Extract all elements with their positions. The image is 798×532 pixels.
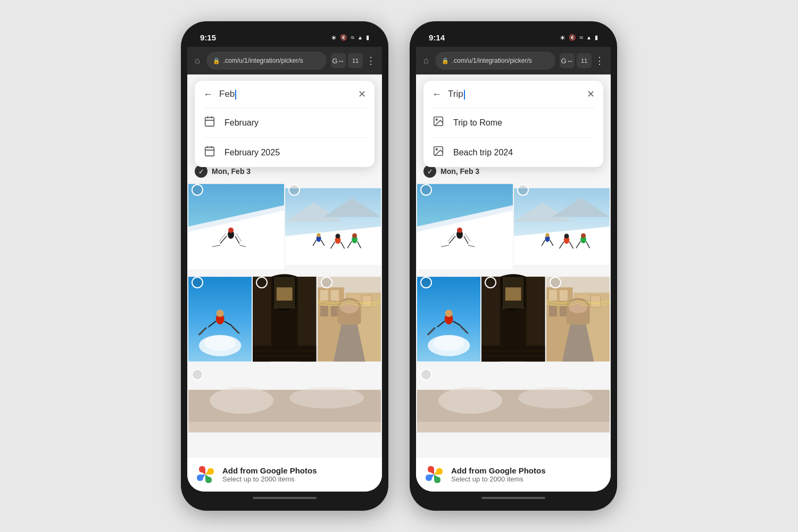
right-signal-icon: ▲ [586, 35, 592, 40]
right-photo-1-select[interactable] [420, 184, 432, 196]
svg-rect-50 [253, 345, 316, 361]
left-search-back-button[interactable]: ← [203, 89, 213, 100]
svg-rect-56 [320, 290, 328, 301]
svg-point-68 [210, 387, 273, 414]
left-search-clear-button[interactable]: ✕ [358, 88, 366, 100]
left-photo-3[interactable] [188, 273, 252, 365]
left-photo-1-select[interactable] [192, 184, 203, 196]
left-status-bar: 9:15 ∗ 🔇 ≈ ▲ ▮ [187, 28, 382, 47]
right-battery-icon: ▮ [595, 34, 598, 41]
svg-point-24 [317, 233, 320, 237]
right-photo-1[interactable] [417, 181, 513, 272]
left-home-bar [253, 497, 317, 499]
right-photo-4-select[interactable] [485, 277, 496, 288]
left-search-input-row: ← Feb ✕ [195, 81, 375, 107]
left-cursor [235, 90, 236, 99]
right-status-time: 9:14 [429, 33, 445, 42]
wifi-icon: ≈ [351, 34, 354, 41]
left-search-input[interactable]: Feb [219, 89, 352, 99]
svg-rect-125 [560, 306, 568, 317]
right-translate-button[interactable]: G↔ [560, 53, 575, 68]
svg-point-32 [352, 233, 357, 238]
right-url-text: .com/u/1/integration/picker/s [452, 57, 549, 64]
svg-point-135 [518, 387, 593, 409]
left-suggestion-2-text: February 2025 [225, 148, 280, 157]
right-url-bar[interactable]: 🔒 .com/u/1/integration/picker/s [435, 52, 555, 70]
left-photo-2[interactable] [285, 181, 381, 272]
svg-rect-124 [549, 306, 557, 317]
right-tabs-button[interactable]: 11 [577, 53, 592, 68]
svg-point-71 [436, 119, 437, 120]
right-photo-4[interactable] [481, 273, 545, 365]
mute-icon: 🔇 [340, 34, 347, 41]
right-bottom-title: Add from Google Photos [451, 466, 546, 475]
left-bottom-section: Add from Google Photos Select up to 2000… [187, 457, 382, 492]
left-photo-5-select[interactable] [321, 277, 332, 288]
right-suggestion-2-icon [432, 145, 445, 160]
svg-rect-127 [591, 295, 600, 307]
svg-point-12 [228, 228, 234, 233]
svg-point-105 [445, 310, 453, 317]
right-more-button[interactable]: ⋮ [594, 53, 605, 69]
left-home-button[interactable]: ⌂ [193, 54, 202, 68]
left-suggestion-1[interactable]: February [195, 108, 375, 137]
left-photo-1[interactable] [188, 181, 284, 272]
right-suggestion-1[interactable]: Trip to Rome [423, 108, 603, 137]
right-search-back-button[interactable]: ← [432, 89, 442, 100]
svg-rect-61 [362, 295, 371, 307]
left-photo-2-select[interactable] [288, 184, 300, 196]
right-photo-row-3 [417, 365, 610, 457]
left-search-query-text: Feb [219, 89, 235, 99]
left-suggestion-1-icon [203, 115, 216, 130]
right-photo-2[interactable] [514, 181, 610, 272]
left-phone-wrapper: 9:15 ∗ 🔇 ≈ ▲ ▮ ⌂ 🔒 .com/u/1/integration/… [181, 21, 388, 511]
svg-point-28 [336, 234, 340, 238]
left-content-area: ← Feb ✕ [187, 74, 382, 492]
right-bottom-section: Add from Google Photos Select up to 2000… [416, 457, 611, 492]
left-phone: 9:15 ∗ 🔇 ≈ ▲ ▮ ⌂ 🔒 .com/u/1/integration/… [181, 21, 388, 511]
battery-icon: ▮ [366, 34, 369, 41]
right-home-button[interactable]: ⌂ [421, 54, 431, 68]
right-photo-2-select[interactable] [517, 184, 529, 196]
right-search-query-text: Trip [448, 89, 463, 99]
right-phone: 9:14 ∗ 🔇 ≈ ▲ ▮ ⌂ 🔒 .com/u/1/integration/… [410, 21, 617, 511]
left-photo-5[interactable] [318, 273, 381, 365]
left-photo-6[interactable] [188, 365, 381, 457]
right-url-lock-icon: 🔒 [442, 57, 449, 64]
left-photo-row-3 [188, 365, 381, 457]
left-photo-row-1 [188, 181, 381, 272]
right-photo-5[interactable] [546, 273, 610, 365]
left-photo-3-select[interactable] [192, 277, 203, 288]
left-photo-4[interactable] [253, 273, 316, 365]
right-photo-3-select[interactable] [420, 277, 432, 288]
right-search-input-row: ← Trip ✕ [423, 81, 603, 107]
right-home-indicator [416, 492, 611, 504]
right-suggestion-1-icon [432, 115, 445, 130]
left-status-time: 9:15 [200, 33, 216, 42]
right-status-bar: 9:14 ∗ 🔇 ≈ ▲ ▮ [416, 28, 611, 47]
left-suggestion-2[interactable]: February 2025 [195, 138, 375, 167]
right-search-box: ← Trip ✕ [423, 81, 603, 167]
right-photo-5-select[interactable] [550, 277, 561, 288]
right-phone-wrapper: 9:14 ∗ 🔇 ≈ ▲ ▮ ⌂ 🔒 .com/u/1/integration/… [410, 21, 617, 511]
right-photo-grid [416, 181, 611, 457]
left-translate-button[interactable]: G↔ [331, 53, 346, 68]
left-url-bar[interactable]: 🔒 .com/u/1/integration/picker/s [206, 52, 327, 70]
svg-point-134 [438, 387, 502, 414]
right-suggestion-2[interactable]: Beach trip 2024 [423, 138, 603, 167]
right-bottom-subtitle: Select up to 2000 items [451, 475, 546, 483]
left-tabs-button[interactable]: 11 [348, 53, 363, 68]
right-search-clear-button[interactable]: ✕ [587, 88, 595, 100]
left-photo-4-select[interactable] [256, 277, 268, 288]
right-search-input[interactable]: Trip [448, 89, 580, 99]
svg-rect-57 [331, 290, 339, 301]
right-gp-logo [425, 465, 444, 484]
left-suggestion-2-icon [203, 145, 216, 160]
svg-point-78 [457, 228, 462, 233]
right-photo-6[interactable] [417, 365, 610, 457]
right-browser-actions: G↔ 11 ⋮ [560, 53, 605, 69]
svg-rect-58 [320, 306, 328, 317]
right-photo-3[interactable] [417, 273, 480, 365]
left-more-button[interactable]: ⋮ [365, 53, 377, 69]
left-gp-logo [196, 465, 215, 484]
